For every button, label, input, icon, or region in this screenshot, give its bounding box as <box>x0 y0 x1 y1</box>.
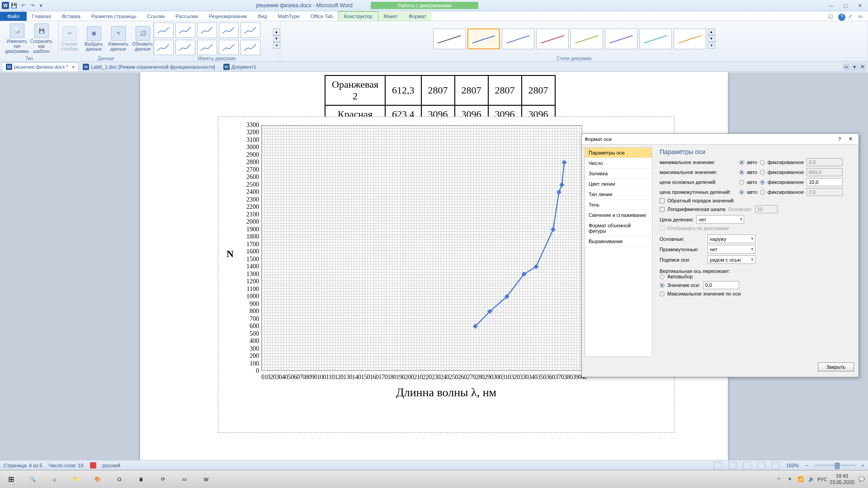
min-fixed-radio[interactable] <box>760 160 765 165</box>
zoom-slider[interactable] <box>815 465 855 466</box>
qat-undo[interactable]: ↶ <box>19 1 27 9</box>
doc-tab-close[interactable]: × <box>72 64 75 70</box>
styles-down[interactable]: ▼ <box>708 35 715 42</box>
cross-max-radio[interactable] <box>660 291 665 296</box>
taskbar-app[interactable]: 🔍 <box>22 470 43 488</box>
min-auto-radio[interactable] <box>739 160 744 165</box>
zoom-out[interactable]: − <box>805 463 808 468</box>
view-web[interactable] <box>743 462 751 469</box>
ribbon-icon-1[interactable]: ⓘ <box>828 14 835 21</box>
chart-layout-1[interactable] <box>175 23 195 38</box>
zoom-in[interactable]: + <box>862 463 864 468</box>
ribbon-icon-4[interactable]: ▭ <box>858 14 865 21</box>
taskbar-time[interactable]: 18:43 <box>830 473 854 479</box>
tab-file[interactable]: Файл <box>0 12 27 21</box>
taskbar-app[interactable]: ⌂ <box>43 470 65 488</box>
chart-layout-6[interactable] <box>175 40 195 55</box>
document-tab[interactable]: WДокумент1 <box>219 62 260 71</box>
save-template-button[interactable]: 💾 Сохранить как шаблон <box>30 23 53 54</box>
tab-review[interactable]: Рецензирование <box>203 12 253 21</box>
tray-chevron-up-icon[interactable]: ^ <box>775 476 783 483</box>
dialog-nav-item[interactable]: Цвет линии <box>585 179 652 189</box>
table-cell[interactable]: 2807 <box>455 75 488 105</box>
tab-chart-format[interactable]: Формат <box>403 12 432 21</box>
status-page[interactable]: Страница: 4 из 5 <box>4 463 42 468</box>
major-auto-radio[interactable] <box>739 180 744 185</box>
dialog-nav-item[interactable]: Формат объемной фигуры <box>585 221 652 236</box>
cross-value-radio[interactable] <box>660 283 665 288</box>
start-button[interactable]: ⊞ <box>0 470 22 488</box>
tray-weather-icon[interactable]: ☀ <box>786 476 793 483</box>
tab-pagelayout[interactable]: Разметка страницы <box>86 12 142 21</box>
dialog-nav-item[interactable]: Свечение и сглаживание <box>585 210 652 221</box>
layouts-up[interactable]: ▲ <box>273 28 280 35</box>
table-cell[interactable]: 2807 <box>488 75 522 105</box>
ticks-major-combo[interactable]: наружу▼ <box>708 235 755 243</box>
chart-layout-5[interactable] <box>154 40 174 55</box>
view-outline[interactable] <box>757 462 765 469</box>
table-cell[interactable]: 2807 <box>421 75 455 105</box>
document-tab[interactable]: WLab6_1.doc [Режим ограниченной функцион… <box>79 62 219 71</box>
chart-layout-4[interactable] <box>241 23 260 38</box>
dialog-nav-item[interactable]: Заливка <box>585 169 652 179</box>
chart-style-0[interactable] <box>433 28 466 49</box>
doctab-opt-3[interactable]: ✕ <box>859 63 866 70</box>
table-cell[interactable]: 2807 <box>522 75 555 105</box>
tab-mathtype[interactable]: MathType <box>273 12 305 21</box>
dialog-help[interactable]: ? <box>834 135 845 144</box>
taskbar-app[interactable]: O <box>108 470 130 488</box>
dialog-close[interactable]: ✕ <box>845 135 856 144</box>
tab-officetab[interactable]: Office Tab <box>305 12 338 21</box>
ticks-minor-combo[interactable]: нет▼ <box>708 245 755 253</box>
view-read[interactable] <box>728 462 736 469</box>
tab-home[interactable]: Главная <box>27 12 57 21</box>
taskbar-app[interactable]: 🖩 <box>130 470 152 488</box>
chart-style-3[interactable] <box>536 28 569 49</box>
major-fixed-radio[interactable] <box>760 180 765 185</box>
tab-view[interactable]: Вид <box>253 12 273 21</box>
qat-save[interactable]: 💾 <box>10 1 18 9</box>
tab-references[interactable]: Ссылки <box>142 12 170 21</box>
table-cell[interactable]: Оранжевая 2 <box>325 75 385 105</box>
tray-network-icon[interactable]: 📶 <box>797 476 804 483</box>
edit-data-button[interactable]: ✎ Изменить данные <box>107 26 130 52</box>
cross-value-input[interactable] <box>703 281 739 289</box>
reverse-checkbox[interactable] <box>660 198 665 203</box>
styles-up[interactable]: ▲ <box>708 28 715 35</box>
layouts-down[interactable]: ▼ <box>273 35 280 42</box>
dialog-nav-item[interactable]: Число <box>585 158 652 169</box>
status-lang[interactable]: русский <box>103 463 120 468</box>
log-checkbox[interactable] <box>660 207 665 212</box>
dialog-nav-item[interactable]: Выравнивание <box>585 236 652 247</box>
taskbar-app[interactable]: ▭ <box>174 470 195 488</box>
major-value-input[interactable] <box>807 178 843 186</box>
chart-layout-2[interactable] <box>197 23 217 38</box>
dialog-nav-item[interactable]: Тень <box>585 200 652 210</box>
refresh-data-button[interactable]: 🔄 Обновить данные <box>132 26 154 52</box>
tab-mailings[interactable]: Рассылки <box>170 12 203 21</box>
taskbar-app[interactable]: ⟳ <box>152 470 174 488</box>
proofing-icon[interactable] <box>90 462 96 469</box>
doctab-opt-1[interactable]: ▭ <box>843 63 850 70</box>
chart-style-5[interactable] <box>605 28 637 49</box>
dialog-nav-item[interactable]: Параметры оси <box>585 148 652 158</box>
status-words[interactable]: Число слов: 18 <box>49 463 84 468</box>
chart-style-4[interactable] <box>571 28 603 49</box>
styles-more[interactable]: ▾ <box>708 42 715 49</box>
view-print-layout[interactable] <box>714 462 722 469</box>
chart-layout-0[interactable] <box>154 23 174 38</box>
zoom-value[interactable]: 160% <box>786 463 799 468</box>
tab-insert[interactable]: Вставка <box>57 12 86 21</box>
tray-sound-icon[interactable]: 🔊 <box>808 476 815 483</box>
tab-chart-design[interactable]: Конструктор <box>338 11 378 21</box>
dialog-close-button[interactable]: Закрыть <box>818 362 854 371</box>
chart-style-1[interactable] <box>467 28 500 49</box>
chart-style-7[interactable] <box>674 28 706 49</box>
chart-layout-8[interactable] <box>219 40 239 55</box>
change-chart-type-button[interactable]: 📊 Изменить тип диаграммы <box>6 23 28 54</box>
cross-auto-radio[interactable] <box>660 274 665 279</box>
document-tab[interactable]: Wрешение физика.docx *× <box>2 62 79 71</box>
layouts-more[interactable]: ▾ <box>273 42 280 49</box>
chart-style-2[interactable] <box>502 28 534 49</box>
axis-labels-combo[interactable]: рядом с осью▼ <box>708 255 755 264</box>
